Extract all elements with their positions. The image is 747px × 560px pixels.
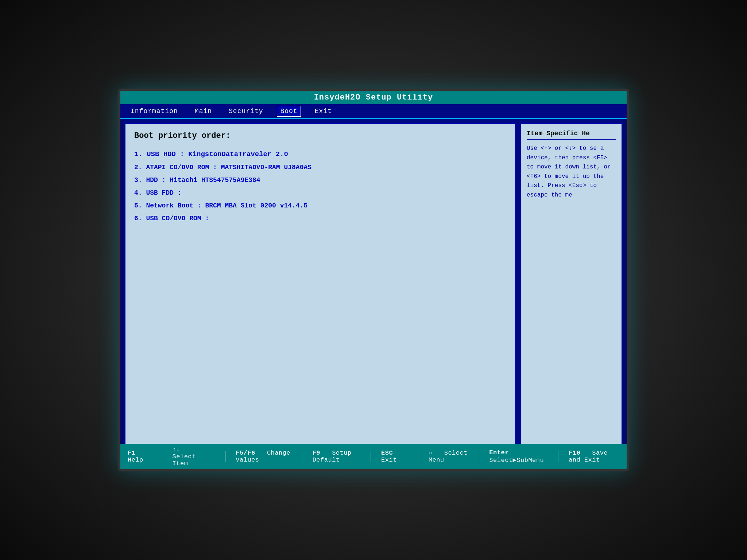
- right-panel: Item Specific He Use <↑> or <↓> to se a …: [520, 123, 622, 465]
- boot-item-4-text: 4. USB FDD :: [134, 189, 182, 197]
- status-f9: F9 Setup Default: [313, 450, 361, 463]
- leftright-key: ↔: [429, 450, 433, 456]
- status-f1: F1 Help: [128, 450, 152, 463]
- status-arrows: ↑↓ Select Item: [173, 446, 215, 467]
- separator-6: [479, 451, 479, 462]
- menu-item-boot[interactable]: Boot: [277, 106, 301, 117]
- boot-item-2[interactable]: 2. ATAPI CD/DVD ROM : MATSHITADVD-RAM UJ…: [134, 163, 506, 172]
- arrows-action: Select Item: [173, 453, 196, 467]
- separator-2: [225, 451, 226, 462]
- f1-key: F1: [128, 450, 135, 456]
- status-f5f6: F5/F6 Change Values: [236, 450, 292, 463]
- separator-1: [162, 451, 162, 462]
- status-f10: F10 Save and Exit: [569, 450, 619, 463]
- f9-key: F9: [313, 450, 320, 456]
- right-panel-title: Item Specific He: [527, 130, 616, 140]
- menu-item-information[interactable]: Information: [128, 106, 181, 116]
- boot-item-3[interactable]: 3. HDD : Hitachi HTS547575A9E384: [134, 175, 506, 185]
- separator-3: [302, 451, 302, 462]
- bios-screen: InsydeH2O Setup Utility Information Main…: [118, 89, 629, 471]
- title-bar: InsydeH2O Setup Utility: [120, 91, 627, 104]
- boot-item-3-text: 3. HDD : Hitachi HTS547575A9E384: [134, 176, 260, 184]
- boot-item-5-text: 5. Network Boot : BRCM MBA Slot 0200 v14…: [134, 202, 307, 209]
- boot-item-5[interactable]: 5. Network Boot : BRCM MBA Slot 0200 v14…: [134, 201, 506, 211]
- menu-bar[interactable]: Information Main Security Boot Exit: [120, 104, 627, 119]
- separator-7: [558, 451, 558, 462]
- enter-action: Select▶SubMenu: [489, 457, 544, 464]
- boot-item-4[interactable]: 4. USB FDD :: [134, 188, 506, 198]
- boot-item-1-text: 1. USB HDD : KingstonDataTraveler 2.0: [134, 150, 288, 158]
- boot-item-2-text: 2. ATAPI CD/DVD ROM : MATSHITADVD-RAM UJ…: [134, 164, 311, 171]
- leftright-action: Select Menu: [429, 450, 468, 463]
- right-panel-text: Use <↑> or <↓> to se a device, then pres…: [527, 144, 616, 200]
- screen-wrapper: InsydeH2O Setup Utility Information Main…: [120, 91, 627, 469]
- arrows-key: ↑↓: [173, 446, 180, 453]
- boot-item-1[interactable]: 1. USB HDD : KingstonDataTraveler 2.0: [134, 149, 506, 160]
- status-enter: Enter Select▶SubMenu: [489, 449, 548, 464]
- menu-item-exit[interactable]: Exit: [312, 106, 335, 116]
- esc-action: Exit: [381, 456, 397, 463]
- f10-key: F10: [569, 450, 580, 456]
- status-esc: ESC Exit: [381, 450, 408, 463]
- boot-list: 1. USB HDD : KingstonDataTraveler 2.0 2.…: [134, 149, 506, 223]
- status-leftright: ↔ Select Menu: [429, 450, 469, 463]
- boot-item-6[interactable]: 6. USB CD/DVD ROM :: [134, 214, 506, 223]
- separator-4: [371, 451, 371, 462]
- esc-key: ESC: [381, 450, 393, 456]
- app-title: InsydeH2O Setup Utility: [314, 93, 433, 102]
- menu-item-security[interactable]: Security: [226, 106, 266, 116]
- boot-priority-title: Boot priority order:: [134, 131, 506, 140]
- f1-action: Help: [128, 456, 143, 463]
- main-content: Boot priority order: 1. USB HDD : Kingst…: [120, 119, 627, 469]
- boot-item-6-text: 6. USB CD/DVD ROM :: [134, 215, 209, 222]
- menu-item-main[interactable]: Main: [192, 106, 215, 116]
- enter-key: Enter: [489, 449, 509, 456]
- left-panel: Boot priority order: 1. USB HDD : Kingst…: [125, 123, 516, 465]
- separator-5: [418, 451, 418, 462]
- f5f6-key: F5/F6: [236, 450, 255, 456]
- status-bar: F1 Help ↑↓ Select Item F5/F6 Change Valu…: [120, 444, 627, 469]
